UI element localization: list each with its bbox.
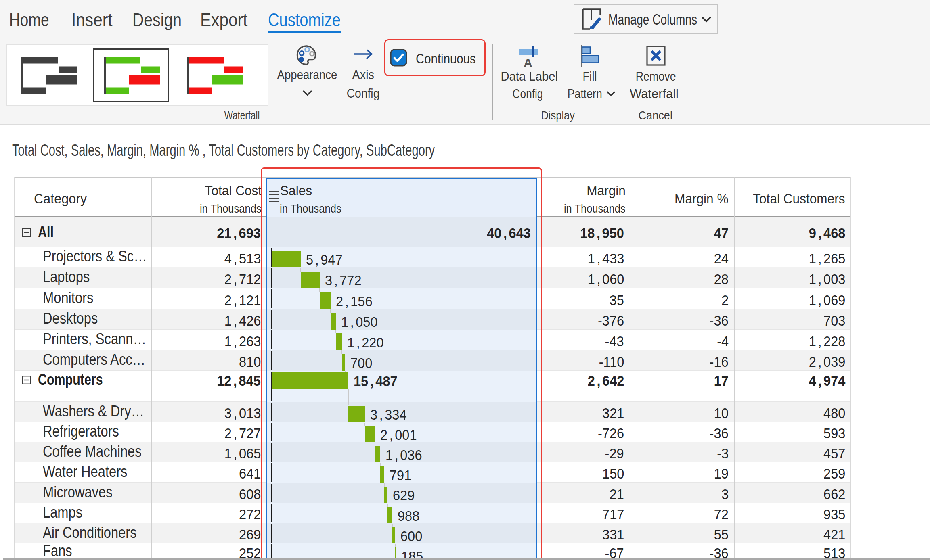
svg-text:A: A xyxy=(524,56,532,69)
